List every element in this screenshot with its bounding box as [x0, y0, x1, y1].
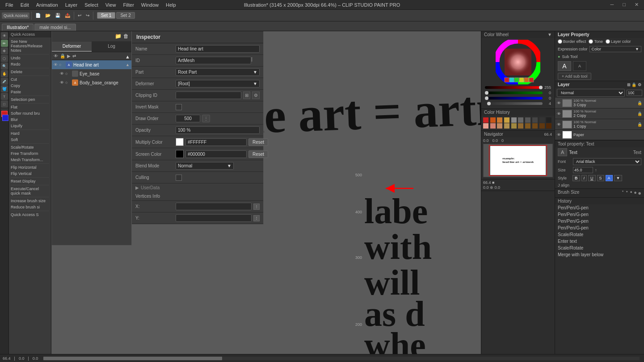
history-item-8[interactable]: Merge with layer below [555, 251, 644, 258]
hist-color-13[interactable] [497, 123, 502, 129]
hist-color-8[interactable] [532, 117, 538, 123]
slider-opacity[interactable] [485, 102, 543, 105]
quick-mask-btn[interactable]: Execute/Cancel quick mask [11, 186, 49, 196]
style-underline[interactable]: U [588, 175, 596, 181]
vis-eye-body[interactable]: 👁 [60, 80, 64, 85]
menu-select[interactable]: Select [81, 2, 102, 8]
hist-color-6[interactable] [518, 117, 523, 123]
background-color[interactable] [2, 115, 8, 121]
copy-btn[interactable]: Copy [11, 83, 49, 89]
swatch-cyan[interactable] [509, 78, 514, 82]
size-input[interactable] [573, 167, 593, 173]
toolbar-save[interactable]: 💾 [53, 12, 62, 19]
tab-deformer[interactable]: Deformer [52, 42, 92, 52]
lock-2copy[interactable]: 🔒 [637, 112, 642, 116]
hist-color-1[interactable] [483, 117, 488, 123]
vis-icon[interactable]: 👁 [54, 54, 58, 58]
menu-window[interactable]: Window [138, 2, 162, 8]
tab-log[interactable]: Log [92, 42, 131, 52]
folder-icon[interactable]: 📁 [115, 33, 122, 39]
swatch-yellow[interactable] [519, 78, 524, 82]
hist-color-7[interactable] [525, 117, 530, 123]
inspector-multiply-hex-input[interactable] [185, 138, 247, 146]
layers-opacity-input[interactable] [627, 90, 642, 96]
inspector-screen-swatch[interactable] [176, 150, 184, 158]
cut-btn[interactable]: Cut [11, 76, 49, 83]
arrows-icon[interactable]: ⇄ [72, 54, 76, 58]
inspector-culling-checkbox[interactable] [176, 175, 182, 181]
hist-color-9[interactable] [539, 117, 545, 123]
menu-file[interactable]: File [2, 2, 17, 8]
soft-btn[interactable]: Soft [11, 137, 49, 143]
inspector-id-input[interactable] [176, 57, 251, 64]
tab-male-model[interactable]: male model si... [34, 24, 76, 31]
delete-btn[interactable]: Delete [11, 69, 49, 75]
hist-color-14[interactable] [504, 123, 509, 129]
swatch-red2[interactable] [529, 78, 534, 82]
hist-color-3[interactable] [497, 117, 502, 123]
inspector-clipping-input[interactable] [176, 92, 241, 99]
lock-icon[interactable]: 🔒 [60, 54, 65, 58]
layer-row-paper[interactable]: 👁 Paper [555, 130, 644, 140]
expand-icon-head[interactable]: ▲ [126, 62, 130, 67]
layer-row-2copy[interactable]: 👁 100 % Normal 2 Copy 🔒 [555, 108, 644, 119]
inspector-deformer-select[interactable]: [Root] ▼ [176, 80, 260, 87]
inspector-invert-checkbox[interactable] [176, 104, 182, 110]
set-tab-2[interactable]: Set 2 [116, 12, 135, 19]
inspector-vertices-x-input[interactable] [176, 203, 252, 210]
hist-color-12[interactable] [490, 123, 496, 129]
tool-text[interactable]: T [1, 93, 8, 100]
hist-color-5[interactable] [511, 117, 517, 123]
color-wheel-header[interactable]: Color Wheel ▼ [481, 31, 555, 38]
history-item-2[interactable]: Pen/Pen/G-pen [555, 211, 644, 218]
swatch-red[interactable] [505, 78, 509, 82]
flip-h-btn[interactable]: Flip Horizontal [11, 164, 49, 171]
menu-help[interactable]: Help [162, 2, 180, 8]
history-item-4[interactable]: Pen/Pen/G-pen [555, 225, 644, 231]
menu-layer[interactable]: Layer [62, 2, 81, 8]
border-effect-radio[interactable] [558, 39, 562, 44]
history-item-3[interactable]: Pen/Pen/G-pen [555, 218, 644, 225]
see-new-features[interactable]: See New Features/Release Notes [11, 38, 49, 54]
slider-g[interactable] [485, 92, 543, 94]
play-icon[interactable]: ▶ [67, 54, 71, 58]
slider-r[interactable] [485, 86, 543, 89]
font-select[interactable]: Arial Black [573, 158, 641, 165]
window-close[interactable]: ✕ [631, 2, 642, 8]
toolbar-quick-access[interactable]: Quick Access [2, 12, 29, 19]
toolbar-new[interactable]: 📄 [34, 12, 42, 19]
layer-row-1copy[interactable]: 👁 100 % Normal 1 Copy 🔒 [555, 119, 644, 130]
eye-3copy[interactable]: 👁 [557, 101, 561, 105]
tool-move[interactable]: ✥ [1, 47, 8, 54]
history-item-5[interactable]: Scale/Rotate [555, 231, 644, 238]
tool-view[interactable]: 👁 [1, 32, 8, 39]
flat-btn[interactable]: Flat [11, 104, 49, 110]
blur-btn[interactable]: Blur [11, 117, 49, 123]
redo-btn[interactable]: Redo [11, 61, 49, 67]
style-italic[interactable]: I [581, 175, 587, 181]
eye-2copy[interactable]: 👁 [557, 112, 561, 116]
history-item-6[interactable]: Enter text [555, 238, 644, 245]
status-scrollbar[interactable] [43, 357, 640, 360]
menu-edit[interactable]: Edit [17, 2, 33, 8]
hist-color-20[interactable] [546, 123, 551, 129]
lock-3copy[interactable]: 🔒 [637, 101, 642, 105]
inspector-multiply-reset[interactable]: Reset [248, 138, 268, 146]
layer-color-radio[interactable] [606, 39, 610, 44]
reset-display-btn[interactable]: Reset Display [11, 178, 49, 184]
inspector-draw-order-input[interactable] [176, 115, 200, 122]
layer-head-line-art[interactable]: 👁 ○ A Head line art ▲ [52, 60, 131, 69]
inspector-part-select[interactable]: Root Part ▼ [176, 68, 260, 76]
hist-color-18[interactable] [532, 123, 538, 129]
inspector-vertices-y-input[interactable] [176, 214, 252, 222]
scroll-up-icon[interactable]: ▲ [125, 54, 130, 58]
toolbar-export[interactable]: 📤 [63, 12, 72, 19]
eye-paper[interactable]: 👁 [557, 133, 561, 137]
clipping-settings-icon[interactable]: ⚙ [252, 92, 260, 99]
tool-select[interactable]: ⬡ [1, 55, 8, 62]
layer-body-base[interactable]: 👁 ○ A Body_base_orange [52, 78, 131, 87]
menu-animation[interactable]: Animation [33, 2, 62, 8]
inspector-name-input[interactable] [176, 45, 260, 53]
history-item-1[interactable]: Pen/Pen/G-pen [555, 204, 644, 211]
selection-pen-btn[interactable]: Selection pen [11, 96, 49, 103]
